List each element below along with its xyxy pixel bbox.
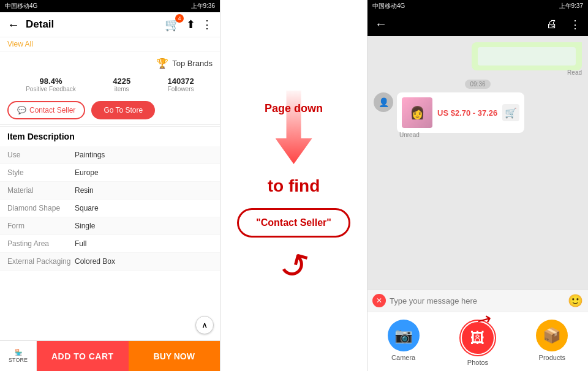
to-find-label: to find [268,176,320,196]
table-row: Style Europe [0,164,220,182]
chat-bubble [472,42,582,70]
stat-items: 4225 items [113,77,130,92]
left-panel: 中国移动4G 上午9:36 ← Detail 🛒 4 ⬆ ⋮ View All … [0,0,221,371]
product-card-bubble: 👩 US $2.70 - 37.26 🛒 [397,92,524,133]
table-row: External Packaging Colored Box [0,253,220,271]
view-all-link[interactable]: View All [0,37,220,51]
left-time: 上午9:36 [191,2,215,10]
right-status-bar: 中国移动4G 上午9:37 [368,0,588,12]
scroll-up-button[interactable]: ∧ [195,316,214,334]
read-label: Read [567,69,582,76]
back-icon[interactable]: ← [7,18,20,32]
bottom-bar: 🏪 STORE ADD TO CART BUY NOW [0,340,220,371]
avatar: 👤 [374,92,393,112]
stat-items-label: items [115,86,129,92]
contact-seller-label: Contact Seller [29,106,75,114]
contact-seller-button[interactable]: 💬 Contact Seller [7,101,85,119]
products-item[interactable]: 📦 Products [536,320,568,366]
left-carrier: 中国移动4G [5,2,37,10]
trophy-icon: 🏆 [156,58,168,69]
right-more-icon[interactable]: ⋮ [570,18,581,31]
emoji-button[interactable]: 🙂 [568,293,583,308]
description-table: Use Paintings Style Europe Material Resi… [0,146,220,271]
share-icon[interactable]: ⬆ [186,18,195,31]
cart-small-icon: 🛒 [502,104,519,121]
products-label: Products [539,354,565,361]
stats-row: 98.4% Positive Feedback 4225 items 14037… [0,73,220,96]
right-panel-wrapper: 中国移动4G 上午9:37 ← 🖨 ⋮ Read 09:36 👤 [368,0,588,371]
table-row: Form Single [0,217,220,235]
time-label: 09:36 [465,80,490,89]
bubble-image-placeholder [478,47,576,66]
stat-followers-label: Followers [168,86,194,92]
page-title: Detail [26,18,159,31]
photos-label: Photos [467,359,488,366]
stat-followers: 140372 Followers [167,77,194,92]
stat-feedback: 98.4% Positive Feedback [26,77,76,92]
close-button[interactable]: ✕ [372,294,386,307]
store-icon-area[interactable]: 🏪 STORE [0,341,37,371]
product-price: US $2.70 - 37.26 [437,108,497,118]
stat-followers-value: 140372 [167,77,194,86]
go-to-store-button[interactable]: Go To Store [91,101,155,119]
store-icon: 🏪 [15,349,22,356]
left-top-nav: ← Detail 🛒 4 ⬆ ⋮ [0,12,220,37]
right-top-nav: ← 🖨 ⋮ [368,12,588,36]
right-nav-icon[interactable]: 🖨 [546,18,557,31]
curved-arrow-icon: ↷ [271,239,316,286]
stat-feedback-value: 98.4% [40,77,62,86]
camera-label: Camera [391,354,415,361]
camera-item[interactable]: 📷 Camera [388,320,420,366]
buy-now-button[interactable]: BUY NOW [129,341,221,371]
cart-icon[interactable]: 🛒 4 [165,17,180,32]
product-info: US $2.70 - 37.26 [437,108,497,118]
chat-area: Read 09:36 👤 👩 US $2.70 - 37.26 🛒 Unread [368,36,588,289]
more-icon[interactable]: ⋮ [202,18,213,31]
product-thumbnail: 👩 [402,97,432,128]
contact-seller-oval: "Contact Seller" [237,208,350,238]
table-row: Use Paintings [0,146,220,164]
right-back-icon[interactable]: ← [375,17,387,31]
store-label: STORE [9,357,28,363]
action-buttons: 💬 Contact Seller Go To Store [0,96,220,125]
table-row: Diamond Shape Square [0,200,220,217]
camera-circle: 📷 [388,320,420,351]
products-circle: 📦 [536,320,568,351]
table-row: Pasting Area Full [0,235,220,253]
top-brands-label: Top Brands [172,59,213,68]
right-time: 上午9:37 [559,2,583,10]
stat-feedback-label: Positive Feedback [26,86,76,92]
unread-label: Unread [399,132,420,138]
right-carrier: 中国移动4G [372,2,405,10]
add-to-cart-button[interactable]: ADD TO CART [37,341,129,371]
item-description-title: Item Description [0,127,220,146]
middle-panel: Page down to find "Contact Seller" ↷ [221,0,368,371]
product-bubble-content: 👩 US $2.70 - 37.26 🛒 Unread [397,92,524,138]
table-row: Material Resin [0,182,220,200]
top-brands-row: 🏆 Top Brands [0,54,220,73]
message-input-bar: ✕ 🙂 [368,289,588,312]
left-status-bar: 中国移动4G 上午9:36 [0,0,220,12]
read-message-group: Read [374,42,582,76]
message-input[interactable] [390,296,564,305]
product-bubble-group: 👤 👩 US $2.70 - 37.26 🛒 Unread [374,92,582,138]
chat-icon: 💬 [17,106,26,114]
cart-badge: 4 [175,14,184,23]
stat-items-value: 4225 [113,77,130,86]
page-down-label: Page down [257,102,331,116]
